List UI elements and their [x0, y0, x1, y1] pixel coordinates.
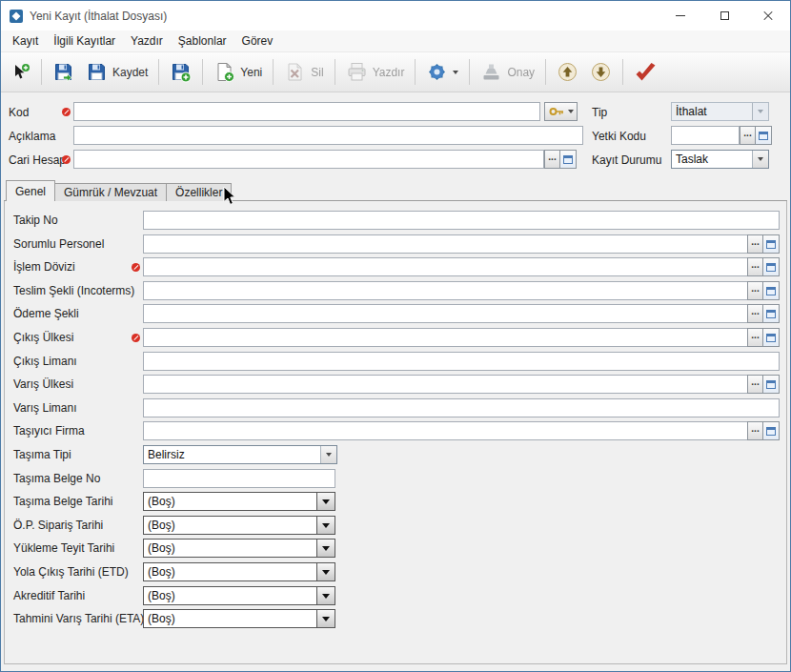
tasiyici-firma-lookup: ...	[143, 421, 780, 440]
tasiyici-firma-open-button[interactable]	[763, 421, 780, 440]
tasima-tipi-select[interactable]: Belirsiz	[143, 445, 337, 464]
mouse-cursor	[223, 186, 236, 206]
record-header-form: Kod Tip İthalat Açıklama Yetki Kodu ... …	[1, 92, 790, 180]
tahmini-varis-tarihi-eta-select[interactable]: (Boş)	[143, 609, 335, 628]
cikis-limani-input[interactable]	[143, 352, 780, 371]
akreditif-tarihi-select[interactable]: (Boş)	[143, 586, 335, 605]
open-record-icon	[766, 287, 776, 295]
islem-dovizi-browse-button[interactable]: ...	[747, 257, 763, 276]
tasima-belge-no-input[interactable]	[143, 469, 335, 488]
chevron-down-icon	[316, 493, 335, 510]
tab-ozellikler[interactable]: Özellikler	[166, 183, 232, 201]
cari-hesap-input[interactable]	[73, 150, 544, 169]
varis-ulkesi-lookup: ...	[143, 375, 780, 394]
save-button[interactable]: Kaydet	[80, 57, 153, 87]
new-record-icon	[213, 61, 235, 83]
save-new-button[interactable]	[164, 57, 197, 87]
varis-limani-input[interactable]	[143, 398, 780, 417]
chevron-down-icon	[316, 587, 335, 604]
new-button[interactable]: Yeni	[208, 57, 268, 87]
minimize-button[interactable]	[659, 1, 702, 31]
form-row-takip-no: Takip No	[5, 211, 786, 231]
op-siparis-tarihi-label: Ö.P. Sipariş Tarihi	[13, 519, 103, 532]
form-row-varis-limani: Varış Limanı	[5, 398, 786, 418]
required-icon	[62, 108, 71, 116]
form-row-tasima-belge-no: Taşıma Belge No	[5, 469, 786, 489]
yetki-kodu-browse-button[interactable]: ...	[740, 126, 756, 145]
cari-hesap-open-button[interactable]	[560, 150, 577, 169]
chevron-down-icon	[316, 563, 335, 580]
yukleme-teyit-tarihi-value: (Boş)	[144, 540, 316, 557]
tasiyici-firma-browse-button[interactable]: ...	[747, 421, 763, 440]
nav-up-button[interactable]	[551, 57, 584, 87]
open-record-icon	[766, 240, 776, 249]
varis-ulkesi-browse-button[interactable]: ...	[747, 375, 763, 394]
menu-sablonlar[interactable]: Şablonlar	[171, 31, 234, 51]
teslim-sekli-browse-button[interactable]: ...	[747, 281, 763, 300]
menu-kayit[interactable]: Kayıt	[5, 31, 46, 51]
tasiyici-firma-input[interactable]	[143, 421, 747, 440]
tahmini-varis-tarihi-eta-label: Tahmini Varış Tarihi (ETA)	[13, 612, 144, 625]
cikis-ulkesi-browse-button[interactable]: ...	[747, 328, 763, 347]
maximize-button[interactable]	[702, 1, 746, 31]
varis-ulkesi-input[interactable]	[143, 375, 747, 394]
save-continue-button[interactable]	[47, 57, 80, 87]
approve-button[interactable]: Onay	[475, 57, 540, 87]
sorumlu-personel-input[interactable]	[143, 234, 747, 254]
aciklama-input[interactable]	[73, 126, 583, 145]
islem-dovizi-input[interactable]	[143, 257, 747, 276]
menu-ilgili-kayitlar[interactable]: İlgili Kayıtlar	[46, 31, 123, 51]
yola-cikis-tarihi-etd-select[interactable]: (Boş)	[143, 562, 335, 581]
close-button[interactable]	[746, 1, 790, 31]
tab-gumruk-mevzuat-label: Gümrük / Mevzuat	[64, 186, 157, 199]
islem-dovizi-open-button[interactable]	[763, 257, 780, 276]
takip-no-input[interactable]	[143, 211, 780, 230]
kayit-durumu-select[interactable]: Taslak	[671, 150, 769, 169]
odeme-sekli-label: Ödeme Şekli	[13, 307, 79, 320]
settings-button[interactable]	[420, 57, 464, 87]
odeme-sekli-browse-button[interactable]: ...	[747, 304, 763, 323]
nav-down-button[interactable]	[584, 57, 618, 87]
delete-button[interactable]: Sil	[278, 57, 329, 87]
op-siparis-tarihi-select[interactable]: (Boş)	[143, 516, 335, 535]
teslim-sekli-open-button[interactable]	[763, 281, 780, 300]
sorumlu-personel-label: Sorumlu Personel	[13, 237, 104, 251]
tab-gumruk-mevzuat[interactable]: Gümrük / Mevzuat	[54, 183, 167, 201]
sorumlu-personel-browse-button[interactable]: ...	[747, 234, 763, 254]
sorumlu-personel-open-button[interactable]	[763, 234, 780, 254]
tip-select[interactable]: İthalat	[671, 102, 769, 121]
tab-genel[interactable]: Genel	[6, 180, 55, 201]
yetki-kodu-open-button[interactable]	[756, 126, 772, 145]
chevron-down-icon	[316, 517, 335, 534]
varis-ulkesi-open-button[interactable]	[763, 375, 780, 394]
settings-gear-icon	[426, 61, 448, 83]
insert-record-button[interactable]	[6, 59, 36, 86]
odeme-sekli-input[interactable]	[143, 304, 747, 323]
cari-hesap-browse-button[interactable]: ...	[544, 150, 560, 169]
yetki-kodu-input[interactable]	[671, 126, 740, 145]
yukleme-teyit-tarihi-select[interactable]: (Boş)	[143, 539, 335, 558]
confirm-button[interactable]	[628, 58, 662, 87]
toolbar-separator	[158, 59, 159, 85]
form-row-tahmini-varis-tarihi-eta: Tahmini Varış Tarihi (ETA) (Boş)	[5, 609, 786, 629]
print-button[interactable]: Yazdır	[340, 57, 411, 87]
save-button-label: Kaydet	[112, 66, 148, 79]
odeme-sekli-open-button[interactable]	[763, 304, 780, 323]
code-template-button[interactable]	[544, 102, 578, 121]
save-icon	[86, 61, 108, 83]
tab-ozellikler-label: Özellikler	[175, 186, 222, 199]
menu-yazdir[interactable]: Yazdır	[123, 31, 171, 51]
toolbar: Kaydet Yeni Sil Yazdır Onay	[1, 51, 790, 92]
teslim-sekli-label: Teslim Şekli (Incoterms)	[13, 284, 134, 297]
toolbar-separator	[545, 59, 546, 85]
kod-input[interactable]	[73, 102, 540, 121]
cikis-ulkesi-open-button[interactable]	[763, 328, 780, 347]
menu-gorev[interactable]: Görev	[234, 31, 281, 51]
cikis-ulkesi-input[interactable]	[143, 328, 747, 347]
tahmini-varis-tarihi-eta-value: (Boş)	[144, 610, 316, 627]
teslim-sekli-input[interactable]	[143, 281, 747, 300]
approve-button-label: Onay	[507, 66, 535, 79]
form-row-tasima-tipi: Taşıma Tipi Belirsiz	[5, 445, 786, 465]
tasima-belge-tarihi-select[interactable]: (Boş)	[143, 492, 335, 511]
new-button-label: Yeni	[240, 66, 262, 79]
